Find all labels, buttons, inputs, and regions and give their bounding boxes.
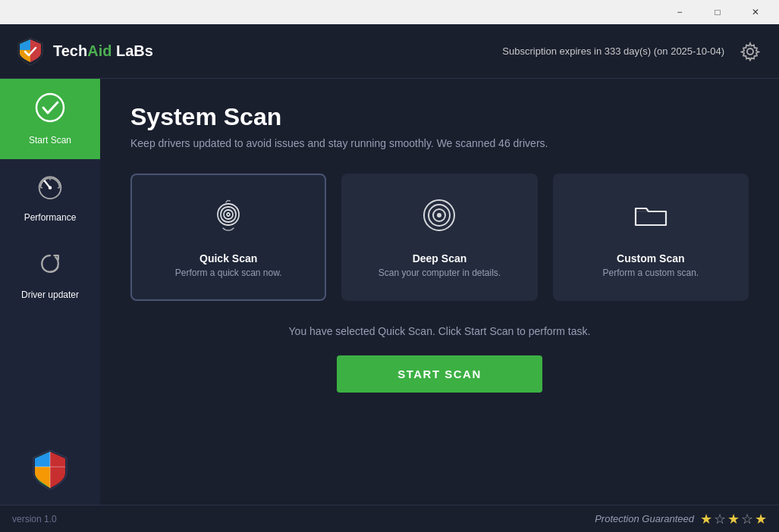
protection-text: Protection Guaranteed	[595, 513, 694, 524]
sidebar-performance-label: Performance	[24, 212, 77, 223]
footer-right: Protection Guaranteed ★ ☆ ★ ☆ ★	[595, 511, 767, 527]
folder-icon	[632, 196, 670, 242]
stars-container: ★ ☆ ★ ☆ ★	[700, 511, 767, 527]
custom-scan-desc: Perform a custom scan.	[602, 268, 699, 278]
sidebar-start-scan-label: Start Scan	[29, 135, 71, 146]
minimize-button[interactable]: −	[662, 0, 697, 24]
svg-point-1	[36, 94, 64, 121]
star-1: ★	[700, 511, 712, 527]
restore-button[interactable]: □	[700, 0, 735, 24]
star-4: ☆	[741, 511, 753, 527]
bottom-shield-icon	[27, 447, 73, 493]
star-3: ★	[727, 511, 740, 527]
star-5: ★	[755, 511, 767, 527]
sidebar-driver-updater-label: Driver updater	[21, 289, 79, 300]
svg-point-0	[747, 49, 753, 55]
gauge-icon	[36, 173, 64, 206]
quick-scan-desc: Perform a quick scan now.	[175, 268, 282, 278]
header-right: Subscription expires in 333 day(s) (on 2…	[502, 38, 764, 65]
sidebar-item-start-scan[interactable]: Start Scan	[0, 79, 100, 159]
subscription-text: Subscription expires in 333 day(s) (on 2…	[502, 45, 724, 57]
quick-scan-title: Quick Scan	[199, 252, 257, 264]
sidebar-item-performance[interactable]: Performance	[0, 159, 100, 236]
title-bar: − □ ✕	[0, 0, 779, 24]
settings-icon[interactable]	[737, 38, 764, 65]
main-layout: Start Scan Performance	[0, 79, 779, 505]
scan-cards-container: Quick Scan Perform a quick scan now. Dee…	[130, 174, 749, 301]
quick-scan-card[interactable]: Quick Scan Perform a quick scan now.	[130, 174, 326, 301]
start-scan-button[interactable]: START SCAN	[337, 355, 542, 393]
star-2: ☆	[714, 511, 726, 527]
sidebar-logo-bottom	[15, 435, 85, 505]
footer: version 1.0 Protection Guaranteed ★ ☆ ★ …	[0, 505, 779, 532]
custom-scan-title: Custom Scan	[617, 252, 684, 264]
deep-scan-card[interactable]: Deep Scan Scan your computer in details.	[341, 174, 537, 301]
logo-area: TechAid LaBs	[15, 36, 153, 67]
logo-shield-icon	[15, 36, 46, 67]
header: TechAid LaBs Subscription expires in 333…	[0, 24, 779, 79]
svg-point-13	[437, 213, 441, 217]
deep-scan-desc: Scan your computer in details.	[379, 268, 501, 278]
logo-text: TechAid LaBs	[53, 42, 153, 60]
page-title: System Scan	[130, 103, 749, 131]
svg-point-4	[49, 186, 52, 190]
version-text: version 1.0	[12, 514, 57, 524]
check-circle-icon	[35, 92, 65, 129]
target-icon	[420, 196, 458, 242]
page-subtitle: Keep drivers updated to avoid issues and…	[130, 137, 749, 149]
sidebar: Start Scan Performance	[0, 79, 100, 505]
refresh-icon	[36, 250, 64, 283]
sidebar-item-driver-updater[interactable]: Driver updater	[0, 236, 100, 314]
selection-message: You have selected Quick Scan. Click Star…	[130, 325, 749, 337]
deep-scan-title: Deep Scan	[413, 252, 467, 264]
content-area: System Scan Keep drivers updated to avoi…	[100, 79, 779, 505]
custom-scan-card[interactable]: Custom Scan Perform a custom scan.	[553, 174, 749, 301]
fingerprint-icon	[209, 196, 247, 242]
close-button[interactable]: ✕	[738, 0, 773, 24]
